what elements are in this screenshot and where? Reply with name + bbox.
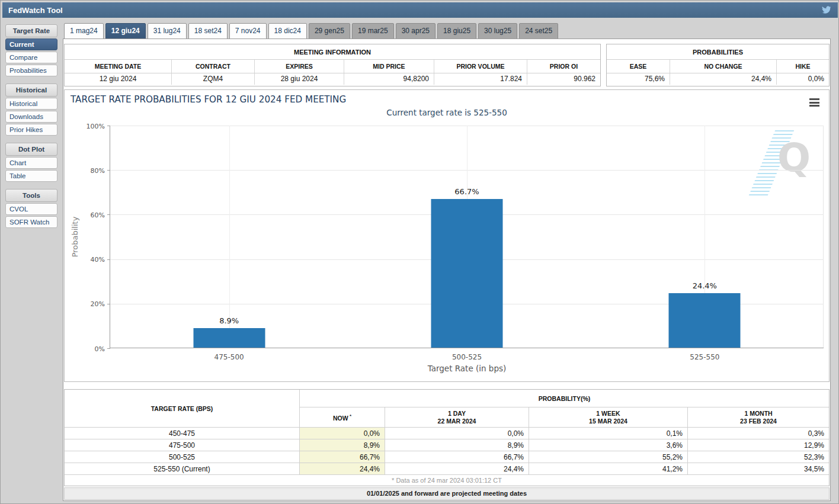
sidebar-header-historical: Historical — [5, 84, 57, 97]
month-cell-450-475: 0,3% — [687, 428, 829, 439]
sidebar-item-prior-hikes[interactable]: Prior Hikes — [5, 124, 57, 136]
target-rate-bps-header: TARGET RATE (BPS) — [65, 390, 299, 428]
sidebar-item-sofr-watch[interactable]: SOFR Watch — [5, 216, 57, 228]
sidebar-header-dot-plot: Dot Plot — [5, 143, 57, 156]
chart-menu-icon[interactable] — [809, 98, 819, 108]
month-cell-525-550-current: 34,5% — [687, 463, 829, 475]
sidebar-item-probabilities[interactable]: Probabilities — [5, 65, 57, 76]
meeting-date-tabs: 1 mag2412 giu2431 lug2418 set247 nov2418… — [64, 23, 558, 39]
tab-18-giu25[interactable]: 18 giu25 — [437, 23, 476, 39]
x-category-label-500-525: 500-525 — [452, 353, 482, 361]
projected-meetings-note: 01/01/2025 and forward are projected mee… — [64, 487, 830, 500]
probability-bar-475-500[interactable] — [193, 328, 265, 348]
meeting-information-headers: MEETING DATECONTRACTEXPIRESMID PRICEPRIO… — [65, 60, 600, 73]
probability-bar-500-525[interactable] — [431, 199, 503, 348]
probabilities-summary-table: PROBABILITIES EASENO CHANGEHIKE 75,6%24,… — [606, 44, 830, 86]
column-header-ease: EASE — [607, 60, 670, 73]
tab-31-lug24[interactable]: 31 lug24 — [148, 23, 187, 39]
tab-30-lug25[interactable]: 30 lug25 — [478, 23, 517, 39]
rate-cell-525-550-current: 525-550 (Current) — [65, 463, 299, 475]
y-axis-title: Probability — [71, 216, 79, 257]
y-tick-mark-40 — [107, 259, 110, 260]
column-header-prior-volume: PRIOR VOLUME — [434, 60, 527, 73]
tab-29-gen25[interactable]: 29 gen25 — [309, 23, 350, 39]
sidebar-item-compare[interactable]: Compare — [5, 52, 57, 63]
column-header-1-week: 1 WEEK15 MAR 2024 — [529, 407, 687, 428]
now-cell-450-475: 0,0% — [299, 428, 385, 439]
y-tick-label-80: 80% — [91, 166, 105, 174]
x-category-label-475-500: 475-500 — [214, 353, 244, 361]
value-hike: 0,0% — [776, 73, 829, 85]
column-header-hike: HIKE — [776, 60, 829, 73]
day-cell-525-550-current: 24,4% — [385, 463, 529, 475]
week-cell-525-550-current: 41,2% — [529, 463, 687, 475]
y-tick-mark-60 — [107, 214, 110, 215]
tab-24-set25[interactable]: 24 set25 — [519, 23, 558, 39]
bar-value-label-500-525: 66.7% — [454, 187, 479, 196]
value-mid-price: 94,8200 — [344, 73, 434, 85]
sidebar-item-downloads[interactable]: Downloads — [5, 111, 57, 123]
value-prior-oi: 90.962 — [527, 73, 600, 85]
column-header-no-change: NO CHANGE — [670, 60, 776, 73]
rate-cell-475-500: 475-500 — [65, 439, 299, 451]
column-header-expires: EXPIRES — [254, 60, 344, 73]
sidebar-item-cvol[interactable]: CVOL — [5, 203, 57, 215]
meeting-information-title: MEETING INFORMATION — [65, 44, 600, 60]
tab-19-mar25[interactable]: 19 mar25 — [352, 23, 394, 39]
tab-18-dic24[interactable]: 18 dic24 — [268, 23, 307, 39]
plot-area: Probability Target Rate (in bps) Q 0%20%… — [110, 126, 824, 348]
value-ease: 75,6% — [607, 73, 670, 85]
y-tick-mark-0 — [107, 348, 110, 349]
y-tick-label-60: 60% — [91, 211, 105, 219]
sidebar-item-historical[interactable]: Historical — [5, 98, 57, 110]
sidebar-item-table[interactable]: Table — [5, 170, 57, 182]
tab-30-apr25[interactable]: 30 apr25 — [396, 23, 435, 39]
week-cell-450-475: 0,1% — [529, 428, 687, 439]
probability-history-table: TARGET RATE (BPS)PROBABILITY(%)NOW *1 DA… — [64, 389, 830, 486]
tab-7-nov24[interactable]: 7 nov24 — [229, 23, 267, 39]
meeting-information-table: MEETING INFORMATION MEETING DATECONTRACT… — [64, 44, 601, 86]
sidebar-item-chart[interactable]: Chart — [5, 157, 57, 169]
y-tick-mark-20 — [107, 304, 110, 304]
column-header-mid-price: MID PRICE — [344, 60, 434, 73]
day-cell-475-500: 8,9% — [385, 439, 529, 451]
chart-title: TARGET RATE PROBABILITIES FOR 12 GIU 202… — [71, 94, 346, 105]
meeting-information-values: 12 giu 2024ZQM428 giu 202494,820017.8249… — [65, 73, 600, 85]
bar-value-label-525-550: 24.4% — [693, 281, 717, 290]
bar-value-label-475-500: 8.9% — [219, 316, 239, 325]
x-category-label-525-550: 525-550 — [690, 353, 719, 361]
chart-subtitle: Current target rate is 525-550 — [65, 108, 829, 117]
value-expires: 28 giu 2024 — [254, 73, 344, 85]
tab-12-giu24[interactable]: 12 giu24 — [105, 23, 146, 39]
rate-cell-500-525: 500-525 — [65, 451, 299, 463]
probability-pct-header: PROBABILITY(%) — [299, 390, 829, 407]
sidebar-item-current[interactable]: Current — [5, 38, 57, 50]
now-cell-525-550-current: 24,4% — [299, 463, 385, 475]
column-header-contract: CONTRACT — [171, 60, 254, 73]
probabilities-summary-values: 75,6%24,4%0,0% — [607, 73, 829, 85]
now-cell-475-500: 8,9% — [299, 439, 385, 451]
day-cell-450-475: 0,0% — [385, 428, 529, 439]
title-bar: FedWatch Tool — [2, 2, 838, 18]
column-header-1-month: 1 MONTH23 FEB 2024 — [687, 407, 829, 428]
sidebar-header-tools: Tools — [5, 189, 57, 202]
rate-cell-450-475: 450-475 — [65, 428, 299, 439]
now-cell-500-525: 66,7% — [299, 451, 385, 463]
probability-bar-525-550[interactable] — [669, 293, 741, 348]
sidebar-header-target-rate: Target Rate — [5, 24, 57, 37]
probabilities-summary-headers: EASENO CHANGEHIKE — [607, 60, 829, 73]
week-cell-475-500: 3,6% — [529, 439, 687, 451]
y-tick-label-40: 40% — [91, 256, 105, 264]
tab-1-mag24[interactable]: 1 mag24 — [64, 23, 104, 39]
value-prior-volume: 17.824 — [434, 73, 527, 85]
column-header-meeting-date: MEETING DATE — [65, 60, 171, 73]
column-header-prior-oi: PRIOR OI — [527, 60, 600, 73]
y-tick-mark-100 — [107, 126, 110, 126]
tab-18-set24[interactable]: 18 set24 — [188, 23, 228, 39]
twitter-icon[interactable] — [821, 5, 832, 15]
month-cell-500-525: 52,3% — [687, 451, 829, 463]
x-axis-title: Target Rate (in bps) — [428, 364, 507, 373]
month-cell-475-500: 12,9% — [687, 439, 829, 451]
sidebar: Target RateCurrentCompareProbabilitiesHi… — [5, 24, 57, 228]
fedwatch-tool-app: FedWatch Tool 1 mag2412 giu2431 lug2418 … — [0, 0, 839, 504]
